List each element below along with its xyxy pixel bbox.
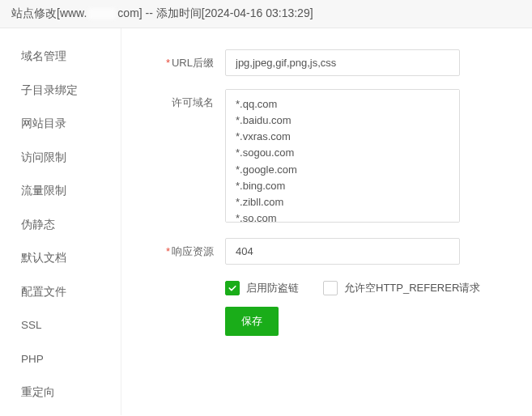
url-suffix-input[interactable] xyxy=(225,49,460,76)
sidebar-item-webroot[interactable]: 网站目录 xyxy=(0,107,121,141)
enable-hotlink-checkbox[interactable]: 启用防盗链 xyxy=(225,281,299,295)
label-url-suffix: *URL后缀 xyxy=(144,49,225,70)
allow-empty-referer-label: 允许空HTTP_REFERER请求 xyxy=(344,281,480,295)
title-hidden-domain xyxy=(88,8,116,19)
title-suffix: com] -- 添加时间[2024-04-16 03:13:29] xyxy=(117,6,313,21)
row-checks: 启用防盗链 允许空HTTP_REFERER请求 保存 xyxy=(144,278,500,336)
sidebar-item-domain[interactable]: 域名管理 xyxy=(0,40,121,74)
required-mark: * xyxy=(166,57,170,69)
row-response: *响应资源 xyxy=(144,238,500,265)
label-allow-domains: 许可域名 xyxy=(144,89,225,110)
label-response: *响应资源 xyxy=(144,238,225,259)
save-button[interactable]: 保存 xyxy=(225,307,279,336)
sidebar: 域名管理 子目录绑定 网站目录 访问限制 流量限制 伪静态 默认文档 配置文件 … xyxy=(0,28,121,415)
window-titlebar: 站点修改[www. com] -- 添加时间[2024-04-16 03:13:… xyxy=(0,0,532,28)
checkbox-icon xyxy=(323,281,338,295)
sidebar-item-php[interactable]: PHP xyxy=(0,342,121,376)
sidebar-item-ssl[interactable]: SSL xyxy=(0,308,121,342)
row-url-suffix: *URL后缀 xyxy=(144,49,500,76)
required-mark: * xyxy=(166,245,170,257)
sidebar-item-subdir[interactable]: 子目录绑定 xyxy=(0,74,121,108)
sidebar-item-rewrite[interactable]: 伪静态 xyxy=(0,208,121,242)
title-prefix: 站点修改[www. xyxy=(11,6,87,21)
checkbox-icon xyxy=(225,281,240,295)
sidebar-item-redirect[interactable]: 重定向 xyxy=(0,376,121,410)
allow-empty-referer-checkbox[interactable]: 允许空HTTP_REFERER请求 xyxy=(323,281,480,295)
sidebar-item-config[interactable]: 配置文件 xyxy=(0,275,121,309)
sidebar-item-default-doc[interactable]: 默认文档 xyxy=(0,241,121,275)
main-layout: 域名管理 子目录绑定 网站目录 访问限制 流量限制 伪静态 默认文档 配置文件 … xyxy=(0,28,532,415)
content-panel: *URL后缀 许可域名 *响应资源 xyxy=(121,28,532,415)
row-allow-domains: 许可域名 xyxy=(144,89,500,225)
checkbox-row: 启用防盗链 允许空HTTP_REFERER请求 xyxy=(225,278,500,307)
sidebar-item-access[interactable]: 访问限制 xyxy=(0,141,121,175)
sidebar-item-traffic[interactable]: 流量限制 xyxy=(0,174,121,208)
response-input[interactable] xyxy=(225,238,460,265)
enable-hotlink-label: 启用防盗链 xyxy=(246,281,299,295)
check-icon xyxy=(228,283,237,293)
allow-domains-textarea[interactable] xyxy=(225,89,460,223)
